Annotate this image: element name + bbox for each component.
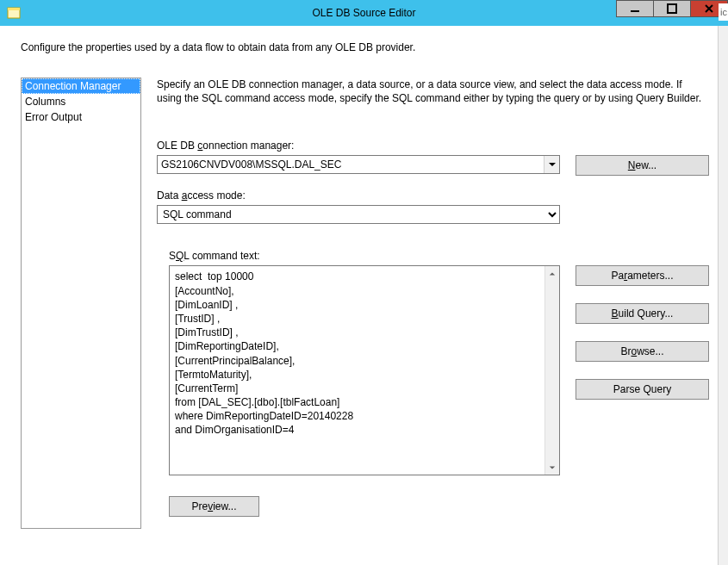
parse-query-button[interactable]: Parse Query [576,379,709,400]
connection-manager-label: OLE DB connection manager: [157,140,709,152]
window-buttons [617,0,728,17]
main-panel: Specify an OLE DB connection manager, a … [141,78,709,517]
right-edge-strip [718,26,728,565]
svg-rect-1 [8,8,20,10]
sql-command-textarea[interactable] [170,266,544,475]
dropdown-arrow-icon[interactable] [544,156,559,173]
parameters-button[interactable]: Parameters... [576,265,709,286]
browse-button[interactable]: Browse... [576,341,709,362]
connection-manager-input[interactable] [158,156,544,173]
titlebar: OLE DB Source Editor [0,0,728,26]
app-icon [7,6,21,20]
data-access-mode-label: Data access mode: [157,189,709,202]
build-query-button[interactable]: Build Query... [576,303,709,324]
data-access-mode-select[interactable]: SQL command [157,205,560,224]
nav-item-columns[interactable]: Columns [22,94,140,109]
new-button[interactable]: New... [576,155,709,176]
scroll-up-icon[interactable] [545,266,559,281]
window-title: OLE DB Source Editor [312,7,415,19]
svg-rect-3 [668,4,676,13]
textarea-scrollbar[interactable] [544,266,559,475]
connection-manager-combo[interactable] [157,155,560,174]
nav-item-connection-manager[interactable]: Connection Manager [22,78,140,94]
nav-panel: Connection Manager Columns Error Output [21,78,141,529]
svg-rect-2 [631,10,639,12]
panel-description: Specify an OLE DB connection manager, a … [157,78,709,105]
sql-command-label: SQL command text: [169,250,560,262]
dialog-content: Configure the properties used by a data … [0,26,718,565]
scroll-down-icon[interactable] [545,460,559,475]
sql-command-area: SQL command text: Parameters... [157,250,709,475]
maximize-button[interactable] [653,0,691,17]
minimize-button[interactable] [616,0,654,17]
intro-text: Configure the properties used by a data … [21,41,709,53]
nav-item-error-output[interactable]: Error Output [22,109,140,125]
preview-button[interactable]: Preview... [169,496,259,517]
